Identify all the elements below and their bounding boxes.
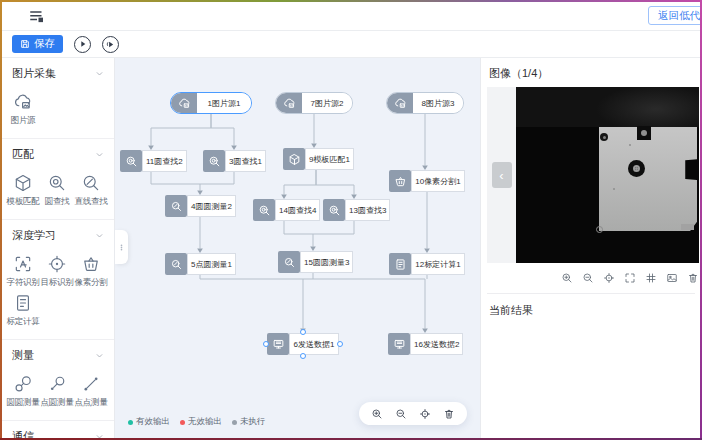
chevron-down-icon: [95, 69, 104, 78]
sidebar-item-cloud-image[interactable]: 图片源: [6, 90, 40, 129]
node-label: 13圆查找3: [345, 199, 390, 221]
legend-item: 未执行: [232, 416, 266, 428]
flow-canvas[interactable]: 有效输出无效输出未执行 1图片源17图片源28图片源311圆查找23圆查找19模…: [115, 58, 480, 438]
port-top[interactable]: [300, 329, 306, 335]
section-title: 匹配: [12, 147, 34, 162]
sidebar-item-target[interactable]: 目标识别: [40, 252, 74, 291]
flow-node-15[interactable]: 15圆圆测量3: [278, 251, 348, 273]
sidebar-section-4: 通信: [2, 421, 114, 438]
image-counter: 图像（1/4）: [487, 64, 700, 87]
sidebar-item-label: 模板匹配: [7, 196, 40, 208]
legend-item: 有效输出: [128, 416, 170, 428]
cloud-image-icon: [276, 93, 302, 113]
legend-label: 未执行: [240, 416, 266, 428]
grid-icon[interactable]: [645, 272, 657, 284]
sidebar-item-cube[interactable]: 模板匹配: [6, 171, 40, 210]
sidebar-collapse-handle[interactable]: [115, 230, 128, 264]
delete-icon[interactable]: [687, 272, 699, 284]
cube-icon: [13, 173, 33, 193]
frame-border-left: [0, 0, 2, 440]
sidebar-section-header[interactable]: 图片采集: [2, 58, 114, 86]
port-right[interactable]: [337, 341, 343, 347]
port-bottom[interactable]: [300, 353, 306, 359]
sidebar-item-doc[interactable]: 标定计算: [6, 291, 40, 330]
flow-node-3[interactable]: 3圆查找1: [203, 150, 265, 172]
flow-node-9[interactable]: 9模板匹配1: [283, 148, 349, 170]
circle-find-icon: [203, 150, 225, 172]
section-title: 测量: [12, 348, 34, 363]
flow-node-4[interactable]: 4圆圆测量2: [165, 195, 235, 217]
legend-dot: [180, 420, 185, 425]
sidebar-item-label: 点点测量: [75, 397, 108, 409]
sidebar-item-label: 点圆测量: [41, 397, 74, 409]
node-label: 1图片源1: [197, 93, 251, 113]
zoom-out-icon[interactable]: [582, 272, 594, 284]
target-icon: [47, 254, 67, 274]
back-to-lowcode-button[interactable]: 返回低代: [648, 6, 700, 25]
save-button[interactable]: 保存: [12, 35, 63, 53]
locate-icon[interactable]: [419, 408, 431, 420]
zoom-in-icon[interactable]: [371, 408, 383, 420]
cloud-image-icon: [171, 93, 197, 113]
sidebar-item-label: 图片源: [11, 115, 36, 127]
measure-pc-icon: [47, 374, 67, 394]
flow-node-8[interactable]: 8图片源3: [386, 92, 464, 114]
delete-icon[interactable]: [443, 408, 455, 420]
flow-node-6[interactable]: 6发送数据1: [267, 333, 339, 355]
node-label: 9模板匹配1: [305, 148, 354, 170]
node-label: 16发送数据2: [410, 333, 463, 355]
zoom-in-icon[interactable]: [561, 272, 573, 284]
part-tab: [681, 224, 694, 230]
fullscreen-icon[interactable]: [624, 272, 636, 284]
legend-label: 有效输出: [136, 416, 170, 428]
section-title: 深度学习: [12, 228, 56, 243]
flow-node-10[interactable]: 10像素分割1: [389, 170, 465, 192]
sidebar-items: 图片源: [2, 86, 114, 138]
locate-icon[interactable]: [603, 272, 615, 284]
chevron-down-icon: [95, 150, 104, 159]
sidebar-item-ocr[interactable]: 字符识别: [6, 252, 40, 291]
app-logo-icon: [28, 9, 46, 24]
flow-edges: [115, 58, 480, 438]
fit-icon[interactable]: [666, 272, 678, 284]
cloud-image-icon: [387, 93, 413, 113]
flow-node-16[interactable]: 16发送数据2: [388, 333, 462, 355]
sidebar-section-header[interactable]: 通信: [2, 421, 114, 438]
zoom-out-icon[interactable]: [395, 408, 407, 420]
sidebar-item-circle-find[interactable]: 圆查找: [40, 171, 74, 210]
sidebar-items: 圆圆测量点圆测量点点测量: [2, 368, 114, 420]
part-hook-feature: [596, 226, 603, 233]
circle-find-icon: [323, 199, 345, 221]
legend-dot: [232, 420, 237, 425]
sidebar-section-header[interactable]: 深度学习: [2, 220, 114, 248]
part-center-hole: [628, 160, 645, 177]
sidebar-item-measure-pc[interactable]: 点圆测量: [40, 372, 74, 411]
sidebar-item-line-find[interactable]: 直线查找: [74, 171, 108, 210]
cloud-image-icon: [13, 92, 33, 112]
legend-dot: [128, 420, 133, 425]
node-label: 6发送数据1: [289, 333, 339, 355]
sidebar-item-segment[interactable]: 像素分割: [74, 252, 108, 291]
prev-image-button[interactable]: ‹: [492, 162, 512, 188]
run-once-button[interactable]: [74, 36, 91, 53]
port-left[interactable]: [263, 341, 269, 347]
flow-node-1[interactable]: 1图片源1: [170, 92, 252, 114]
node-label: 10像素分割1: [411, 170, 465, 192]
measure-cc-icon: [13, 374, 33, 394]
flow-node-5[interactable]: 5点圆测量1: [165, 253, 235, 275]
node-label: 5点圆测量1: [187, 253, 236, 275]
sidebar-item-label: 目标识别: [41, 277, 74, 289]
circle-find-icon: [47, 173, 67, 193]
node-label: 14圆查找4: [275, 199, 320, 221]
legend-item: 无效输出: [180, 416, 222, 428]
flow-node-7[interactable]: 7图片源2: [275, 92, 353, 114]
sidebar-section-header[interactable]: 匹配: [2, 139, 114, 167]
flow-node-14[interactable]: 14圆查找4: [253, 199, 315, 221]
sidebar-item-measure-pp[interactable]: 点点测量: [74, 372, 108, 411]
flow-node-11[interactable]: 11圆查找2: [120, 150, 182, 172]
run-loop-button[interactable]: [102, 36, 119, 53]
flow-node-12[interactable]: 12标定计算1: [389, 253, 465, 275]
sidebar-item-measure-cc[interactable]: 圆圆测量: [6, 372, 40, 411]
sidebar-section-header[interactable]: 测量: [2, 340, 114, 368]
flow-node-13[interactable]: 13圆查找3: [323, 199, 385, 221]
